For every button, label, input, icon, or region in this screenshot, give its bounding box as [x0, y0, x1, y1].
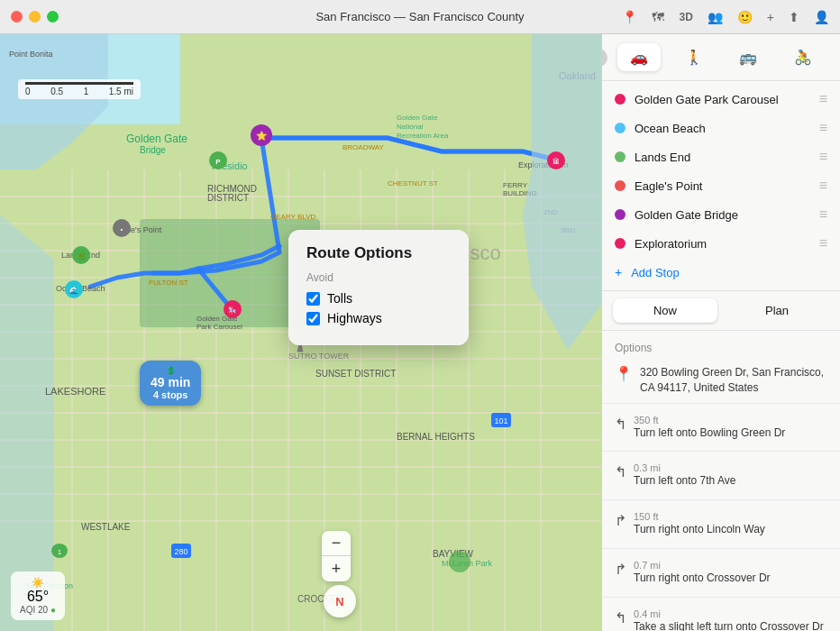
step-detail-1: ↰ 350 ft Turn left onto Bowling Green Dr: [615, 411, 827, 444]
close-panel-button[interactable]: ✕: [601, 49, 607, 67]
window-controls: [11, 11, 59, 23]
right-panel: ✕ 🚗 🚶 🚌 🚴 Golden Gate Park Carousel ≡ Oc…: [601, 34, 840, 631]
svg-text:🌊: 🌊: [69, 286, 78, 295]
svg-text:1: 1: [58, 548, 62, 556]
route-step-2: ↰ 0.3 mi Turn left onto 7th Ave: [602, 452, 840, 500]
aqi-dot: ●: [50, 605, 56, 615]
svg-text:WESTLAKE: WESTLAKE: [81, 522, 131, 532]
step-dist-2: 0.3 mi: [634, 462, 735, 473]
svg-text:🏛: 🏛: [552, 157, 560, 166]
add-button[interactable]: +: [767, 10, 774, 24]
tolls-checkbox[interactable]: [306, 292, 320, 306]
svg-text:🌿: 🌿: [77, 251, 86, 261]
zoom-controls: − +: [322, 531, 351, 581]
close-button[interactable]: [11, 11, 23, 23]
svg-text:101: 101: [494, 416, 507, 425]
step-text-2: Turn left onto 7th Ave: [634, 473, 735, 489]
tab-bike[interactable]: 🚴: [781, 43, 825, 71]
step-text-5: Take a slight left turn onto Crossover D…: [634, 619, 824, 631]
step-detail-2: ↰ 0.3 mi Turn left onto 7th Ave: [615, 459, 827, 492]
stops-list: Golden Gate Park Carousel ≡ Ocean Beach …: [602, 81, 840, 291]
step-text-3: Turn right onto Lincoln Way: [634, 522, 765, 537]
aqi-value: AQI 20 ●: [20, 605, 56, 615]
plan-button[interactable]: Plan: [725, 298, 829, 323]
tolls-option[interactable]: Tolls: [306, 291, 451, 306]
svg-text:LAKESHORE: LAKESHORE: [45, 386, 105, 397]
svg-text:Point Bonita: Point Bonita: [9, 50, 53, 59]
stop-name-carousel: Golden Gate Park Carousel: [635, 93, 810, 106]
route-time: 49 min: [151, 375, 190, 389]
stop-dot-exploratorium: [615, 238, 625, 249]
svg-text:280: 280: [174, 547, 187, 556]
map-icon[interactable]: 🗺: [652, 10, 664, 24]
scale-label-1-5: 1.5 mi: [109, 87, 133, 96]
stop-item-eagles-point[interactable]: Eagle's Point ≡: [602, 171, 840, 200]
route-step-3: ↱ 150 ft Turn right onto Lincoln Way: [602, 500, 840, 549]
step-dist-4: 0.7 mi: [634, 560, 771, 571]
svg-text:DISTRICT: DISTRICT: [207, 193, 249, 203]
user-icon[interactable]: 👤: [814, 10, 829, 24]
highways-option[interactable]: Highways: [306, 311, 451, 325]
transport-tabs: ✕ 🚗 🚶 🚌 🚴: [602, 34, 840, 81]
tab-drive[interactable]: 🚗: [617, 43, 661, 71]
3d-button[interactable]: 3D: [679, 11, 692, 23]
temperature: 65°: [27, 589, 49, 605]
compass[interactable]: N: [324, 585, 356, 617]
step-text-4: Turn right onto Crossover Dr: [634, 571, 771, 586]
maximize-button[interactable]: [47, 11, 59, 23]
drag-handle-lands-end[interactable]: ≡: [819, 149, 827, 165]
turn-right-icon-4: ↱: [615, 561, 626, 578]
tolls-label: Tolls: [327, 291, 352, 306]
step-text-1: Turn left onto Bowling Green Dr: [634, 425, 785, 441]
turn-right-icon-3: ↱: [615, 512, 626, 529]
stop-dot-ocean-beach: [615, 123, 625, 133]
route-step-5: ↰ 0.4 mi Take a slight left turn onto Cr…: [602, 598, 840, 631]
start-pin-icon: 📍: [615, 365, 633, 382]
smiley-icon[interactable]: 🙂: [737, 10, 753, 24]
options-header: Options: [602, 338, 840, 358]
drag-handle-exploratorium[interactable]: ≡: [819, 235, 827, 251]
tab-transit[interactable]: 🚌: [726, 43, 770, 71]
minimize-button[interactable]: [29, 11, 41, 23]
compass-label: N: [335, 595, 343, 608]
zoom-in-button[interactable]: −: [322, 531, 351, 556]
highways-checkbox[interactable]: [306, 312, 320, 325]
step-dist-5: 0.4 mi: [634, 608, 824, 619]
svg-text:Golden Gate: Golden Gate: [126, 133, 187, 145]
svg-text:⭐: ⭐: [256, 130, 268, 142]
route-options-title: Route Options: [306, 244, 451, 262]
zoom-out-button[interactable]: +: [322, 556, 351, 581]
svg-text:FULTON ST: FULTON ST: [149, 279, 188, 287]
svg-text:Bridge: Bridge: [140, 145, 166, 155]
stop-item-ocean-beach[interactable]: Ocean Beach ≡: [602, 114, 840, 142]
options-section[interactable]: Options 📍 320 Bowling Green Dr, San Fran…: [602, 331, 840, 631]
stop-item-gg-bridge[interactable]: Golden Gate Bridge ≡: [602, 200, 840, 229]
svg-text:FERRY: FERRY: [503, 181, 528, 189]
stop-name-gg-bridge: Golden Gate Bridge: [635, 208, 810, 222]
tab-walk[interactable]: 🚶: [672, 43, 716, 71]
now-plan-row: Now Plan: [602, 291, 840, 331]
stop-dot-carousel: [615, 94, 625, 105]
window-title: San Francisco — San Francisco County: [315, 10, 524, 23]
drag-handle-eagles-point[interactable]: ≡: [819, 178, 827, 194]
step-detail-4: ↱ 0.7 mi Turn right onto Crossover Dr: [615, 556, 827, 590]
now-button[interactable]: Now: [613, 298, 717, 323]
drag-handle-ocean-beach[interactable]: ≡: [819, 120, 827, 136]
stop-item-exploratorium[interactable]: Exploratorium ≡: [602, 229, 840, 258]
share-icon[interactable]: ⬆: [789, 10, 799, 24]
people-icon[interactable]: 👥: [708, 10, 723, 24]
dollar-icon: 💲: [166, 366, 176, 375]
route-options-popup: Route Options Avoid Tolls Highways: [288, 230, 469, 345]
drag-handle-gg-bridge[interactable]: ≡: [819, 206, 827, 223]
titlebar-icons: 📍 🗺 3D 👥 🙂 + ⬆ 👤: [622, 10, 829, 24]
stop-item-lands-end[interactable]: Lands End ≡: [602, 142, 840, 171]
svg-text:•: •: [121, 225, 123, 233]
pin-icon[interactable]: 📍: [622, 10, 637, 24]
route-time-badge[interactable]: 💲 49 min 4 stops: [140, 361, 201, 406]
add-stop-button[interactable]: + Add Stop: [602, 258, 840, 287]
stop-name-eagles-point: Eagle's Point: [635, 179, 810, 193]
step-detail-5: ↰ 0.4 mi Take a slight left turn onto Cr…: [615, 605, 827, 631]
drag-handle-carousel[interactable]: ≡: [819, 91, 827, 107]
avoid-label: Avoid: [306, 271, 451, 284]
stop-item-carousel[interactable]: Golden Gate Park Carousel ≡: [602, 85, 840, 114]
